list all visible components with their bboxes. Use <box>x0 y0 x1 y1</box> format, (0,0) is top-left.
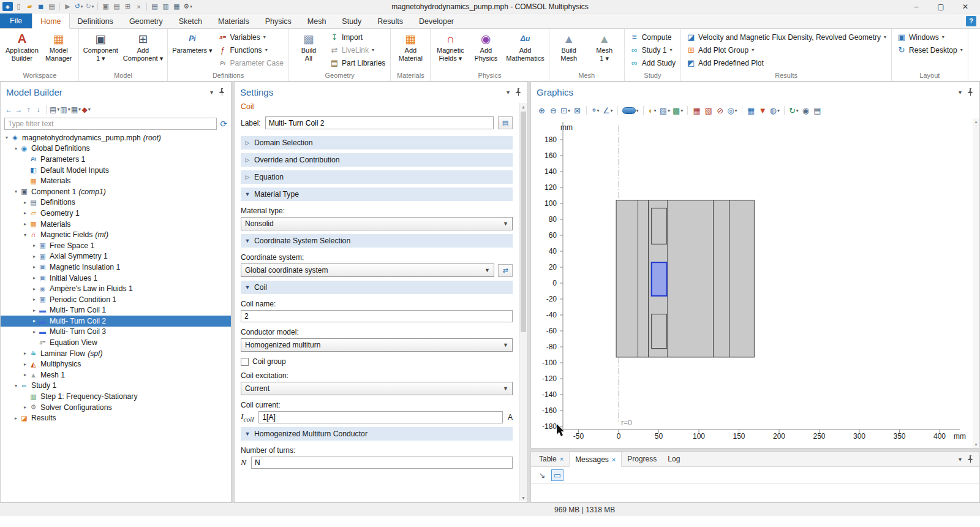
expand-icon[interactable]: ▸ <box>21 351 29 356</box>
show-menu-icon[interactable]: ▤▾ <box>50 104 59 115</box>
coil-excitation-select[interactable]: Current ▼ <box>241 382 513 395</box>
collapse-all-icon[interactable]: ▤ <box>149 1 160 12</box>
label-input[interactable] <box>265 116 494 129</box>
appearance-icon[interactable]: ▾ <box>622 104 639 116</box>
tree-item-multi-turn-coil-2[interactable]: ▸▬Multi- Turn Coil 2 <box>1 316 231 327</box>
build-all-button[interactable]: ▩BuildAll <box>291 29 326 63</box>
tag-menu-icon[interactable]: ◆▾ <box>81 104 91 115</box>
print-icon[interactable]: ▤ <box>47 1 57 12</box>
tree-item-multi-turn-coil-3[interactable]: ▸▬Multi- Turn Coil 3 <box>1 327 231 338</box>
redo-icon[interactable]: ↻▾ <box>85 1 95 12</box>
expand-icon[interactable]: ▸ <box>21 200 29 205</box>
monitor-icon[interactable]: ▭ <box>551 469 564 481</box>
section-coordinate-system-selection[interactable]: ▼ Coordinate System Selection <box>241 234 513 248</box>
coil-group-checkbox[interactable] <box>241 358 249 366</box>
tab-messages[interactable]: Messages× <box>569 452 622 467</box>
expand-icon[interactable]: ▸ <box>21 404 29 410</box>
expand-icon[interactable]: ▸ <box>31 329 38 335</box>
save-icon[interactable]: ◼ <box>36 1 46 12</box>
tree-item-global-definitions[interactable]: ▾◉Global Definitions <box>1 143 231 154</box>
help-button[interactable]: ? <box>966 16 976 26</box>
ribbon-tab-mesh[interactable]: Mesh <box>300 13 334 28</box>
tree-item-free-space-1[interactable]: ▸▣Free Space 1 <box>1 240 231 251</box>
tree-item-component-1[interactable]: ▾▣Component 1(comp1) <box>1 186 231 197</box>
coordinate-system-extra-button[interactable]: ⇄ <box>498 264 513 277</box>
pin-icon[interactable] <box>515 88 522 96</box>
delete-icon[interactable]: × <box>134 1 144 12</box>
color-table-icon[interactable]: ▨▾ <box>659 104 671 116</box>
expand-icon[interactable]: ▸ <box>31 264 38 270</box>
tree-item-magnetic-fields[interactable]: ▾∩Magnetic Fields(mf) <box>1 229 231 240</box>
scene-settings-icon[interactable]: ◍▾ <box>769 104 780 116</box>
ribbon-tab-definitions[interactable]: Definitions <box>70 13 121 28</box>
tree-item-initial-values-1[interactable]: ▸▣Initial Values 1 <box>1 273 231 284</box>
coil-current-input[interactable] <box>258 411 503 423</box>
undo-icon[interactable]: ↺▾ <box>74 1 84 12</box>
expand-icon[interactable]: ▸ <box>31 254 38 259</box>
tree-item-laminar-flow[interactable]: ▸≋Laminar Flow(spf) <box>1 348 231 359</box>
expand-icon[interactable]: ▸ <box>31 308 38 313</box>
collapse-icon[interactable]: ▾ <box>3 135 10 140</box>
domain-outline[interactable] <box>616 200 754 357</box>
tree-item-solver-configurations[interactable]: ▸⚙Solver Configurations <box>1 402 231 413</box>
windows-button[interactable]: ▣Windows▾ <box>894 31 966 44</box>
tab-table[interactable]: Table× <box>533 452 569 466</box>
view-orientation-icon[interactable]: ∠▾ <box>602 104 614 116</box>
number-of-turns-input[interactable] <box>251 457 513 469</box>
environment-icon[interactable]: ▩▾ <box>672 104 684 116</box>
expand-icon[interactable]: ▸ <box>21 362 29 367</box>
zoom-in-icon[interactable]: ⊕ <box>537 104 547 116</box>
tree-item-geometry-1[interactable]: ▸▱Geometry 1 <box>1 208 231 219</box>
expand-icon[interactable]: ▸ <box>31 286 38 292</box>
scroll-up-icon[interactable]: ▲ <box>520 103 527 110</box>
print-plot-icon[interactable]: ▤ <box>812 104 823 116</box>
scrollbar-thumb[interactable] <box>521 112 526 332</box>
zoom-box-icon[interactable]: ⊠ <box>572 104 582 116</box>
tree-item-materials[interactable]: ▸▦Materials <box>1 219 231 230</box>
tree-item-equation-view[interactable]: a=Equation View <box>1 337 231 348</box>
settings-scrollbar[interactable]: ▲ ▼ <box>519 103 527 501</box>
compute-button[interactable]: =Compute <box>627 31 679 44</box>
tree-item-study-1[interactable]: ▾∞Study 1 <box>1 381 231 392</box>
tab-log[interactable]: Log <box>662 452 685 466</box>
model-manager-button[interactable]: ▦ModelManager <box>41 29 77 63</box>
tree-item-materials[interactable]: ▦Materials <box>1 175 231 186</box>
tree-item-amp-re-s-law-in-fluids-1[interactable]: ▸◉Ampère's Law in Fluids 1 <box>1 283 231 294</box>
results-plot-button[interactable]: ◪Velocity and Magnetic Flux Density, Rev… <box>683 31 889 44</box>
expand-icon[interactable]: ▸ <box>31 318 38 324</box>
expand-icon[interactable]: ▸ <box>31 243 38 248</box>
panel-menu-icon[interactable]: ▾ <box>959 456 962 463</box>
ribbon-tab-materials[interactable]: Materials <box>210 13 257 28</box>
ribbon-tab-sketch[interactable]: Sketch <box>171 13 210 28</box>
tree-item-magnetic-insulation-1[interactable]: ▸▣Magnetic Insulation 1 <box>1 262 231 273</box>
close-tab-icon[interactable]: × <box>560 455 564 463</box>
toolbar-options-icon[interactable]: ⚙▾ <box>183 1 193 12</box>
add-component-button[interactable]: ⊞AddComponent ▾ <box>121 29 165 63</box>
collapse-icon[interactable]: ▾ <box>21 232 29 238</box>
graphics-scrollbar[interactable]: ▲▼ <box>973 118 979 448</box>
tree-item-periodic-condition-1[interactable]: ▸▣Periodic Condition 1 <box>1 294 231 305</box>
section-equation[interactable]: ▷ Equation <box>241 170 513 184</box>
coil-domain[interactable] <box>652 314 667 349</box>
add-material-button[interactable]: ▦AddMaterial <box>393 29 428 63</box>
rename-button[interactable]: ▤ <box>498 116 513 129</box>
scroll-up-icon[interactable]: ▲ <box>974 119 978 124</box>
filter-input[interactable] <box>4 118 217 130</box>
ribbon-tab-study[interactable]: Study <box>334 13 369 28</box>
add-study-button[interactable]: ∞Add Study <box>627 56 679 69</box>
tree-item-step-1-frequency-stationary[interactable]: ▥Step 1: Frequency-Stationary <box>1 391 231 402</box>
panel-menu-icon[interactable]: ▾ <box>959 89 962 96</box>
default-view-icon[interactable]: ⌖▾ <box>590 104 601 116</box>
columns-menu-icon[interactable]: ▦▾ <box>71 104 81 115</box>
expand-icon[interactable]: ▸ <box>31 297 38 302</box>
import-button[interactable]: ↧Import <box>326 31 388 44</box>
coil-domain-selected[interactable] <box>652 262 667 296</box>
clear-plot-icon[interactable]: ▼ <box>758 104 768 116</box>
hide-selected-icon[interactable]: ⊘ <box>715 104 725 116</box>
maximize-button[interactable]: ▢ <box>929 1 953 13</box>
tab-progress[interactable]: Progress <box>622 452 662 466</box>
coordinate-system-select[interactable]: Global coordinate system ▼ <box>241 264 494 277</box>
tree-item-multiphysics[interactable]: ▸◭Multiphysics <box>1 358 231 370</box>
panel-menu-icon[interactable]: ▾ <box>210 89 213 96</box>
tree-item-results[interactable]: ▸◪Results <box>1 412 231 423</box>
